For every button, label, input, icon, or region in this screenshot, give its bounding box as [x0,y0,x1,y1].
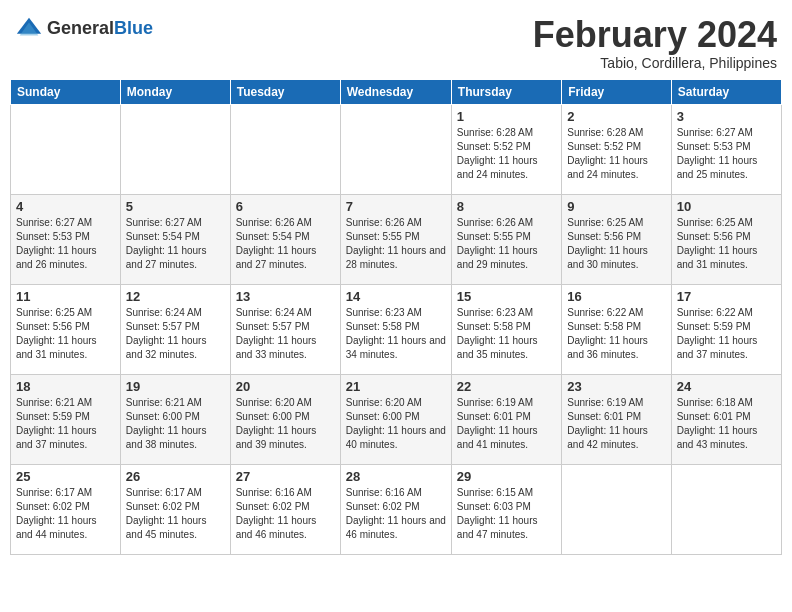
calendar-cell: 18Sunrise: 6:21 AMSunset: 5:59 PMDayligh… [11,374,121,464]
calendar-cell: 23Sunrise: 6:19 AMSunset: 6:01 PMDayligh… [562,374,671,464]
day-number: 1 [457,109,556,124]
calendar-cell: 17Sunrise: 6:22 AMSunset: 5:59 PMDayligh… [671,284,781,374]
day-number: 29 [457,469,556,484]
day-info: Sunrise: 6:26 AMSunset: 5:55 PMDaylight:… [457,216,556,272]
day-number: 21 [346,379,446,394]
day-number: 3 [677,109,776,124]
days-header-row: SundayMondayTuesdayWednesdayThursdayFrid… [11,79,782,104]
day-info: Sunrise: 6:17 AMSunset: 6:02 PMDaylight:… [126,486,225,542]
day-header-saturday: Saturday [671,79,781,104]
calendar-cell: 9Sunrise: 6:25 AMSunset: 5:56 PMDaylight… [562,194,671,284]
calendar-cell: 4Sunrise: 6:27 AMSunset: 5:53 PMDaylight… [11,194,121,284]
day-info: Sunrise: 6:17 AMSunset: 6:02 PMDaylight:… [16,486,115,542]
day-header-tuesday: Tuesday [230,79,340,104]
day-info: Sunrise: 6:16 AMSunset: 6:02 PMDaylight:… [346,486,446,542]
day-number: 13 [236,289,335,304]
day-number: 6 [236,199,335,214]
calendar-cell: 21Sunrise: 6:20 AMSunset: 6:00 PMDayligh… [340,374,451,464]
day-info: Sunrise: 6:22 AMSunset: 5:58 PMDaylight:… [567,306,665,362]
day-number: 11 [16,289,115,304]
day-info: Sunrise: 6:23 AMSunset: 5:58 PMDaylight:… [457,306,556,362]
day-header-sunday: Sunday [11,79,121,104]
calendar-cell: 3Sunrise: 6:27 AMSunset: 5:53 PMDaylight… [671,104,781,194]
day-header-wednesday: Wednesday [340,79,451,104]
day-number: 15 [457,289,556,304]
day-header-friday: Friday [562,79,671,104]
day-info: Sunrise: 6:19 AMSunset: 6:01 PMDaylight:… [567,396,665,452]
calendar-cell: 22Sunrise: 6:19 AMSunset: 6:01 PMDayligh… [451,374,561,464]
day-number: 7 [346,199,446,214]
day-info: Sunrise: 6:20 AMSunset: 6:00 PMDaylight:… [346,396,446,452]
day-info: Sunrise: 6:24 AMSunset: 5:57 PMDaylight:… [236,306,335,362]
calendar-cell: 5Sunrise: 6:27 AMSunset: 5:54 PMDaylight… [120,194,230,284]
calendar-cell: 16Sunrise: 6:22 AMSunset: 5:58 PMDayligh… [562,284,671,374]
day-number: 22 [457,379,556,394]
calendar-cell: 20Sunrise: 6:20 AMSunset: 6:00 PMDayligh… [230,374,340,464]
day-info: Sunrise: 6:22 AMSunset: 5:59 PMDaylight:… [677,306,776,362]
calendar-cell [120,104,230,194]
day-header-thursday: Thursday [451,79,561,104]
calendar-cell: 12Sunrise: 6:24 AMSunset: 5:57 PMDayligh… [120,284,230,374]
logo: GeneralBlue [15,15,153,43]
day-number: 18 [16,379,115,394]
day-info: Sunrise: 6:27 AMSunset: 5:53 PMDaylight:… [16,216,115,272]
day-number: 5 [126,199,225,214]
day-number: 19 [126,379,225,394]
day-number: 9 [567,199,665,214]
day-info: Sunrise: 6:21 AMSunset: 6:00 PMDaylight:… [126,396,225,452]
day-number: 2 [567,109,665,124]
calendar-cell: 2Sunrise: 6:28 AMSunset: 5:52 PMDaylight… [562,104,671,194]
calendar-cell [671,464,781,554]
calendar-cell: 8Sunrise: 6:26 AMSunset: 5:55 PMDaylight… [451,194,561,284]
day-number: 10 [677,199,776,214]
day-info: Sunrise: 6:24 AMSunset: 5:57 PMDaylight:… [126,306,225,362]
day-info: Sunrise: 6:28 AMSunset: 5:52 PMDaylight:… [567,126,665,182]
day-info: Sunrise: 6:20 AMSunset: 6:00 PMDaylight:… [236,396,335,452]
day-info: Sunrise: 6:25 AMSunset: 5:56 PMDaylight:… [677,216,776,272]
calendar-cell: 13Sunrise: 6:24 AMSunset: 5:57 PMDayligh… [230,284,340,374]
title-block: February 2024 Tabio, Cordillera, Philipp… [533,15,777,71]
day-info: Sunrise: 6:26 AMSunset: 5:55 PMDaylight:… [346,216,446,272]
day-number: 27 [236,469,335,484]
calendar-cell: 10Sunrise: 6:25 AMSunset: 5:56 PMDayligh… [671,194,781,284]
week-row-2: 4Sunrise: 6:27 AMSunset: 5:53 PMDaylight… [11,194,782,284]
calendar-cell: 19Sunrise: 6:21 AMSunset: 6:00 PMDayligh… [120,374,230,464]
day-info: Sunrise: 6:21 AMSunset: 5:59 PMDaylight:… [16,396,115,452]
day-number: 23 [567,379,665,394]
day-info: Sunrise: 6:23 AMSunset: 5:58 PMDaylight:… [346,306,446,362]
calendar-cell: 1Sunrise: 6:28 AMSunset: 5:52 PMDaylight… [451,104,561,194]
day-info: Sunrise: 6:25 AMSunset: 5:56 PMDaylight:… [16,306,115,362]
day-info: Sunrise: 6:27 AMSunset: 5:53 PMDaylight:… [677,126,776,182]
calendar-cell: 15Sunrise: 6:23 AMSunset: 5:58 PMDayligh… [451,284,561,374]
calendar-cell: 14Sunrise: 6:23 AMSunset: 5:58 PMDayligh… [340,284,451,374]
month-title: February 2024 [533,15,777,55]
day-number: 12 [126,289,225,304]
calendar-cell: 25Sunrise: 6:17 AMSunset: 6:02 PMDayligh… [11,464,121,554]
calendar-cell: 6Sunrise: 6:26 AMSunset: 5:54 PMDaylight… [230,194,340,284]
day-number: 28 [346,469,446,484]
calendar-table: SundayMondayTuesdayWednesdayThursdayFrid… [10,79,782,555]
calendar-cell: 7Sunrise: 6:26 AMSunset: 5:55 PMDaylight… [340,194,451,284]
page-header: GeneralBlue February 2024 Tabio, Cordill… [10,10,782,71]
day-number: 26 [126,469,225,484]
day-info: Sunrise: 6:27 AMSunset: 5:54 PMDaylight:… [126,216,225,272]
week-row-4: 18Sunrise: 6:21 AMSunset: 5:59 PMDayligh… [11,374,782,464]
day-info: Sunrise: 6:26 AMSunset: 5:54 PMDaylight:… [236,216,335,272]
calendar-cell: 29Sunrise: 6:15 AMSunset: 6:03 PMDayligh… [451,464,561,554]
day-info: Sunrise: 6:19 AMSunset: 6:01 PMDaylight:… [457,396,556,452]
calendar-cell: 11Sunrise: 6:25 AMSunset: 5:56 PMDayligh… [11,284,121,374]
day-number: 17 [677,289,776,304]
calendar-cell: 28Sunrise: 6:16 AMSunset: 6:02 PMDayligh… [340,464,451,554]
day-number: 8 [457,199,556,214]
day-header-monday: Monday [120,79,230,104]
day-number: 25 [16,469,115,484]
day-number: 20 [236,379,335,394]
calendar-cell [11,104,121,194]
day-info: Sunrise: 6:16 AMSunset: 6:02 PMDaylight:… [236,486,335,542]
day-number: 16 [567,289,665,304]
calendar-cell: 27Sunrise: 6:16 AMSunset: 6:02 PMDayligh… [230,464,340,554]
logo-general-text: General [47,18,114,38]
day-number: 24 [677,379,776,394]
day-info: Sunrise: 6:28 AMSunset: 5:52 PMDaylight:… [457,126,556,182]
week-row-3: 11Sunrise: 6:25 AMSunset: 5:56 PMDayligh… [11,284,782,374]
